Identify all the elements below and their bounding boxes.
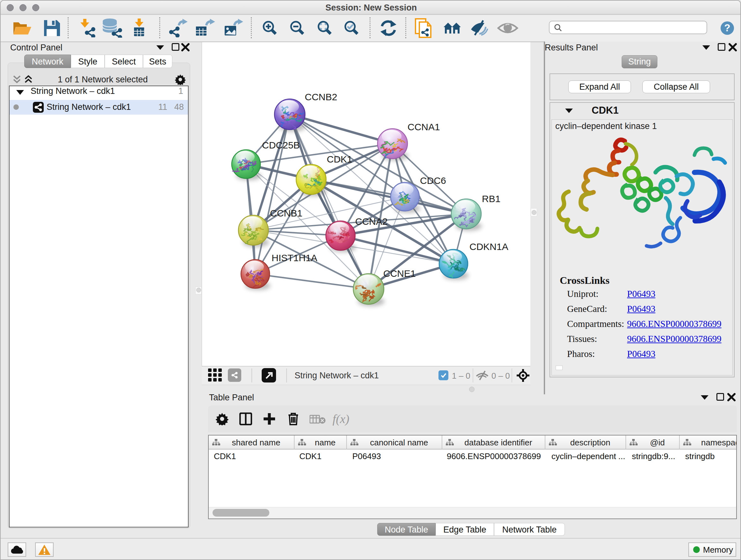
svg-text:CCNA2: CCNA2 bbox=[355, 216, 388, 227]
svg-text:CCNE1: CCNE1 bbox=[383, 268, 416, 279]
svg-text:CDC25B: CDC25B bbox=[262, 140, 300, 150]
svg-text:HIST1H1A: HIST1H1A bbox=[272, 253, 317, 263]
svg-text:CDKN1A: CDKN1A bbox=[469, 241, 509, 252]
svg-text:RB1: RB1 bbox=[482, 193, 500, 204]
svg-text:CCNB1: CCNB1 bbox=[270, 208, 302, 219]
svg-text:CCNA1: CCNA1 bbox=[408, 122, 440, 132]
svg-text:CDC6: CDC6 bbox=[420, 175, 446, 186]
svg-text:CCNB2: CCNB2 bbox=[305, 91, 337, 102]
svg-text:CDK1: CDK1 bbox=[327, 154, 352, 165]
